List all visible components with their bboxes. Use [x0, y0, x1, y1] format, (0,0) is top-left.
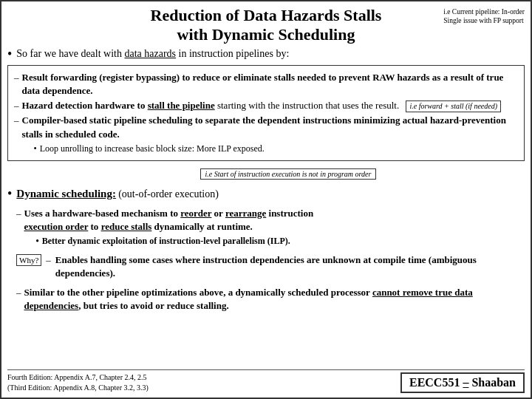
why-text: Enables handling some cases where instru… — [55, 253, 525, 280]
bullet-dot-2: • — [7, 187, 12, 200]
dash-1: – Result forwarding (register bypassing)… — [14, 71, 518, 98]
dash-5-text: Similar to the other pipeline optimizati… — [24, 286, 525, 313]
sub-text-1: Loop unrolling to increase basic block s… — [40, 143, 265, 155]
slide-footer: Fourth Edition: Appendix A.7, Chapter 2.… — [7, 369, 525, 393]
note-line1: i.e Current pipeline: In-order — [443, 8, 525, 16]
dynamic-title: Dynamic scheduling: — [16, 188, 116, 200]
note-box: i.e Start of instruction execution is no… — [200, 168, 377, 180]
title-line1: Reduction of Data Hazards Stalls — [151, 6, 382, 24]
sub-dot-2: • — [36, 235, 39, 248]
note-line2: Single issue with FP support — [443, 17, 523, 24]
footer-edition-line1: Fourth Edition: Appendix A.7, Chapter 2.… — [7, 372, 149, 383]
sub-dot-1: • — [34, 143, 37, 155]
dash-symbol-5: – — [46, 253, 51, 267]
why-label: Why? — [16, 254, 41, 266]
dash-symbol-6: – — [16, 286, 21, 299]
inline-note-1: i.e forward + stall (if needed) — [406, 100, 501, 112]
bullet-dot-1: • — [7, 47, 12, 61]
title-line2: with Dynamic Scheduling — [177, 25, 355, 44]
why-row: Why? – Enables handling some cases where… — [7, 253, 525, 280]
dash-symbol-1: – — [14, 71, 19, 84]
sub-bullet-1: • Loop unrolling to increase basic block… — [34, 143, 519, 155]
sub-text-2: Better dynamic exploitation of instructi… — [42, 235, 290, 248]
dash-3-text: Compiler-based static pipeline schedulin… — [22, 114, 519, 154]
dash-1-text: Result forwarding (register bypassing) t… — [22, 71, 519, 98]
header-note: i.e Current pipeline: In-order Single is… — [443, 7, 525, 26]
dash-3: – Compiler-based static pipeline schedul… — [14, 114, 518, 154]
dash-2-text: Hazard detection hardware to stall the p… — [22, 99, 502, 112]
dash-2: – Hazard detection hardware to stall the… — [14, 99, 518, 112]
main-content: • So far we have dealt with data hazards… — [7, 48, 525, 366]
footer-course: EECC551 – Shaaban — [400, 372, 525, 393]
bordered-section: – Result forwarding (register bypassing)… — [7, 65, 525, 161]
bullet-1: • So far we have dealt with data hazards… — [7, 48, 525, 61]
dash-5: – Similar to the other pipeline optimiza… — [7, 286, 525, 313]
bullet-1-text: So far we have dealt with data hazards i… — [16, 48, 289, 60]
footer-left: Fourth Edition: Appendix A.7, Chapter 2.… — [7, 372, 149, 393]
slide-container: Reduction of Data Hazards Stalls with Dy… — [0, 0, 532, 399]
bullet-2-text: Dynamic scheduling: (out-of-order execut… — [16, 188, 219, 200]
dash-4-text: Uses a hardware-based mechanism to reord… — [24, 207, 314, 248]
footer-edition-line2: (Third Edition: Appendix A.8, Chapter 3.… — [7, 383, 149, 393]
slide-header: Reduction of Data Hazards Stalls with Dy… — [7, 6, 525, 45]
bullet-2: • Dynamic scheduling: (out-of-order exec… — [7, 188, 525, 200]
dynamic-subtitle: (out-of-order execution) — [118, 188, 219, 200]
dash-4: – Uses a hardware-based mechanism to reo… — [7, 207, 525, 248]
sub-bullet-2: • Better dynamic exploitation of instruc… — [36, 235, 314, 248]
dash-symbol-3: – — [14, 114, 19, 127]
note-box-container: i.e Start of instruction execution is no… — [7, 166, 525, 182]
dash-symbol-2: – — [14, 99, 19, 112]
dash-symbol-4: – — [16, 207, 21, 220]
